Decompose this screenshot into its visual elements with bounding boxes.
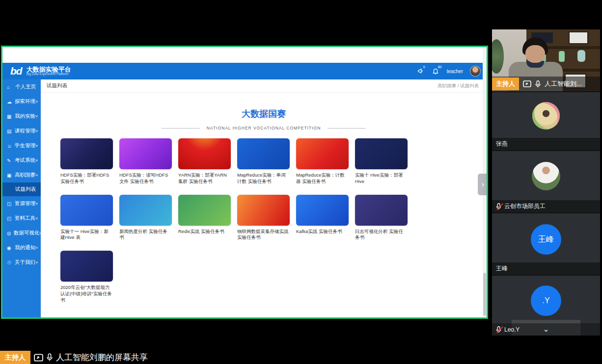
participant-tile-host[interactable]: 主持人 人工智能刘... [492, 29, 600, 91]
card-thumbnail [296, 195, 349, 226]
participant-tile[interactable]: .Y Leo.Y ⌄ [492, 276, 600, 336]
participant-name: 云创市场部员工 [504, 202, 546, 210]
card-title: Kafka实战 实验任务书 [296, 229, 349, 235]
sidebar-subitem-question-list-active[interactable]: 试题列表 [2, 182, 41, 196]
sidebar-item-my-experiments[interactable]: ▦ 我的实验 ∨ [2, 109, 41, 124]
bell-count: 80 [438, 65, 442, 69]
section-title: 大数据国赛 [41, 108, 487, 120]
sidebar-item-label: 学生管理 [15, 142, 35, 149]
sidebar-item-vocational-competition[interactable]: ▣ 高职国赛 ∧ [2, 168, 41, 182]
card-title: HDFS实验：部署HDFS 实验任务书 [60, 172, 113, 185]
students-icon: ☺ [7, 143, 12, 149]
microphone-muted-icon [496, 203, 501, 210]
page-tab-question-list[interactable]: 试题列表 [47, 82, 67, 89]
participant-tile[interactable]: 张燕 [492, 92, 600, 150]
card-thumbnail [119, 138, 172, 169]
card-title: MapReduce实验：计数器 实验任务书 [296, 172, 349, 185]
experiment-card[interactable]: 日志可视化分析 实验任务书 [355, 195, 408, 241]
sidebar-item-label: 资料工具 [15, 215, 35, 222]
experiment-card[interactable]: 物联网数据采集存储实战 实验任务书 [237, 195, 290, 241]
chevron-down-icon: ∨ [35, 202, 38, 206]
card-title: 实验十 Hive实验：部署Hive [355, 172, 408, 185]
card-thumbnail [296, 138, 349, 169]
chevron-down-icon[interactable]: ⌄ [543, 325, 549, 334]
sidebar-item-label: 个人主页 [15, 83, 38, 90]
screen-share-icon [34, 354, 43, 362]
home-icon: ⌂ [7, 84, 13, 90]
chevron-up-icon: ∧ [35, 173, 38, 177]
participant-panel: 主持人 人工智能刘... 张燕 云创市场部员工 王峰 王峰 .Y [492, 29, 600, 336]
chevron-down-icon: ∨ [35, 216, 38, 220]
sidebar-item-label: 探索环境 [15, 98, 35, 105]
sidebar-item-label: 资源管理 [15, 200, 35, 207]
experiment-card[interactable]: HDFS实验：部署HDFS 实验任务书 [60, 138, 113, 185]
announcement-count: 0 [423, 65, 425, 69]
screen-share-banner: 主持人 人工智能刘鹏的屏幕共享 [0, 351, 148, 364]
bell-icon[interactable]: 80 [432, 68, 440, 75]
app-content: 试题列表 高职国赛 / 试题列表 大数据国赛 NATIONAL HIGHER V… [41, 79, 487, 317]
breadcrumb: 高职国赛 / 试题列表 [438, 83, 479, 89]
sidebar-item-resource-mgmt[interactable]: ◫ 资源管理 ∨ [2, 196, 41, 211]
sidebar-item-student-mgmt[interactable]: ☺ 学生管理 ∨ [2, 138, 41, 153]
sidebar-item-data-visualization[interactable]: ◎ 数据可视化 ∨ [2, 226, 41, 240]
divider [162, 128, 200, 129]
chevron-down-icon: ∨ [35, 246, 38, 250]
chevron-down-icon: ∨ [35, 100, 38, 104]
card-thumbnail [60, 251, 113, 282]
experiment-card[interactable]: Redis实战 实验任务书 [178, 195, 231, 241]
card-thumbnail [355, 195, 408, 226]
avatar [532, 102, 560, 130]
sidebar-item-explore-env[interactable]: ☁ 探索环境 ∨ [2, 94, 41, 109]
card-thumbnail [178, 195, 231, 226]
participant-tile[interactable]: 云创市场部员工 [492, 151, 600, 212]
chevron-down-icon: ∨ [35, 260, 38, 264]
card-title: 物联网数据采集存储实战 实验任务书 [237, 229, 290, 241]
experiment-card[interactable]: 实验十 Hive实验：部署Hive [355, 138, 408, 185]
speaker-icon: ◉ [7, 245, 12, 251]
sidebar-item-course-mgmt[interactable]: ▤ 课程管理 ∨ [2, 124, 41, 138]
participant-name: 王峰 [496, 264, 508, 273]
announcement-icon[interactable]: 0 [417, 68, 425, 75]
username-label[interactable]: teacher [447, 69, 463, 74]
section-subtitle: NATIONAL HIGHER VOCATIONAL COMPETITION [207, 126, 321, 130]
next-page-chevron-button[interactable]: › [478, 174, 488, 195]
chevron-down-icon: ∨ [35, 129, 38, 133]
sidebar-item-label: 我的实验 [15, 113, 35, 120]
participant-tile[interactable]: 王峰 王峰 [492, 213, 600, 275]
sidebar-item-label: 高职国赛 [15, 172, 35, 179]
folder-icon: ◰ [7, 216, 12, 221]
sidebar-item-label: 关于我们 [15, 259, 35, 266]
sidebar-item-home[interactable]: ⌂ 个人主页 [2, 79, 41, 94]
experiment-card[interactable]: HDFS实验：读写HDFS文件 实验任务书 [119, 138, 172, 185]
experiment-card[interactable]: MapReduce实验：单词计数 实验任务书 [237, 138, 290, 185]
sidebar-item-about-us[interactable]: ☉ 关于我们 ∨ [2, 255, 41, 270]
sidebar-item-my-notifications[interactable]: ◉ 我的通知 ∨ [2, 240, 41, 255]
scrollbar-thumb[interactable] [483, 273, 486, 316]
card-thumbnail [237, 195, 290, 226]
experiment-card[interactable]: 2020年云创"大数据能力认证(中级)培训"实验任务书 [60, 251, 113, 303]
app-title: 大数据实验平台 [27, 66, 71, 73]
experiment-card[interactable]: YARN实验：部署YARN集群 实验任务书 [178, 138, 231, 185]
bank-icon: ◎ [7, 231, 11, 236]
sidebar-item-exam-system[interactable]: ✎ 考试系统 ∨ [2, 153, 41, 168]
chevron-down-icon: ∨ [35, 114, 38, 118]
experiment-card-grid: HDFS实验：部署HDFS 实验任务书 HDFS实验：读写HDFS文件 实验任务… [60, 138, 410, 304]
sidebar-item-label: 课程管理 [15, 128, 35, 134]
experiment-card[interactable]: 新闻热度分析 实验任务书 [119, 195, 172, 241]
user-avatar[interactable] [470, 66, 481, 77]
card-thumbnail [60, 138, 113, 169]
person-icon: ☉ [7, 260, 12, 265]
microphone-muted-icon [496, 326, 501, 333]
list-icon: ▣ [7, 173, 12, 178]
screen-share-region: bd 大数据实验平台 Big Data Experiment Platform … [1, 46, 488, 319]
experiment-card[interactable]: MapReduce实验：计数器 实验任务书 [296, 138, 349, 185]
card-title: 新闻热度分析 实验任务书 [119, 229, 172, 241]
sidebar-item-data-tools[interactable]: ◰ 资料工具 ∨ [2, 211, 41, 226]
grid-icon: ▦ [7, 114, 12, 119]
card-title: HDFS实验：读写HDFS文件 实验任务书 [119, 172, 172, 185]
card-title: 2020年云创"大数据能力认证(中级)培训"实验任务书 [60, 285, 113, 303]
experiment-card[interactable]: 实验十一 Hive实验：新建Hive 表 [60, 195, 113, 241]
card-title: MapReduce实验：单词计数 实验任务书 [237, 172, 290, 185]
experiment-card[interactable]: Kafka实战 实验任务书 [296, 195, 349, 241]
cloud-icon: ☁ [7, 99, 12, 104]
